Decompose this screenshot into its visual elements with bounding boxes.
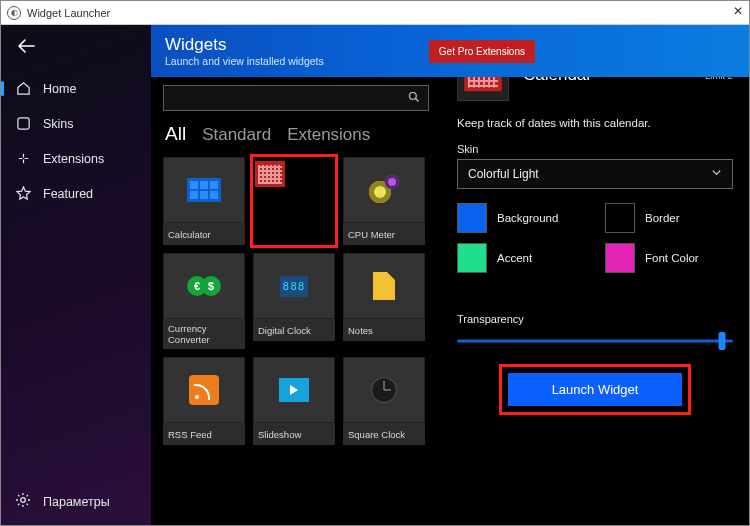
color-box [457,243,487,273]
widget-tile-label: Slideshow [253,423,335,445]
color-box [605,203,635,233]
widget-tile-label: CPU Meter [343,223,425,245]
star-icon [15,186,31,201]
calculator-icon [163,157,245,223]
sidebar-item-skins[interactable]: Skins [1,108,151,139]
sidebar: Home Skins Extensions Featured Парам [1,25,151,525]
calendar-highlight: Calendar [253,157,335,245]
swatch-background[interactable]: Background [457,203,585,233]
swatch-grid: BackgroundBorderAccentFont Color [457,203,733,273]
widget-tile-label: Notes [343,319,425,341]
gear-icon [15,492,31,511]
widget-tile-label: Digital Clock [253,319,335,341]
slider-track [457,340,733,343]
arrow-left-icon [17,39,35,53]
currency-icon: €$ [163,253,245,319]
transparency-slider[interactable] [457,331,733,351]
detail-description: Keep track of dates with this calendar. [457,117,733,129]
launch-highlight: Launch Widget [502,367,689,412]
detail-panel: Calendar Limit 2 Keep track of dates wit… [441,77,749,525]
color-box [605,243,635,273]
swatch-accent[interactable]: Accent [457,243,585,273]
header-subtitle: Launch and view installed widgets [165,55,324,67]
gallery: All Standard Extensions CalculatorCalend… [151,77,441,525]
svg-point-2 [410,92,417,99]
widget-tile-label: Square Clock [343,423,425,445]
sidebar-item-extensions[interactable]: Extensions [1,143,151,174]
close-button[interactable]: ✕ [733,4,743,18]
sidebar-item-label: Skins [43,117,74,131]
back-button[interactable] [1,25,151,67]
widget-tile-currency[interactable]: €$Currency Converter [163,253,245,349]
widget-tile-rss[interactable]: RSS Feed [163,357,245,445]
sidebar-item-label: Home [43,82,76,96]
swatch-label: Accent [497,252,532,264]
body: Home Skins Extensions Featured Парам [1,25,749,525]
widget-tile-slideshow[interactable]: Slideshow [253,357,335,445]
sidebar-settings[interactable]: Параметры [1,482,151,525]
detail-limit: Limit 2 [705,77,733,81]
swatch-border[interactable]: Border [605,203,733,233]
search-box[interactable] [163,85,429,111]
notes-icon [343,253,425,319]
svg-point-1 [21,498,26,503]
detail-name: Calendar [523,77,592,85]
tab-standard[interactable]: Standard [202,125,271,145]
widget-tile-cpu[interactable]: CPU Meter [343,157,425,245]
squareclock-icon [343,357,425,423]
digitalclock-icon: 888 [253,253,335,319]
category-tabs: All Standard Extensions [163,111,429,153]
sidebar-item-label: Extensions [43,152,104,166]
widget-tile-calculator[interactable]: Calculator [163,157,245,245]
widget-tile-notes[interactable]: Notes [343,253,425,349]
widget-tile-digitalclock[interactable]: 888Digital Clock [253,253,335,349]
window: ◐ Widget Launcher ✕ Home Skins Extensi [0,0,750,526]
sidebar-settings-label: Параметры [43,495,110,509]
header: Widgets Launch and view installed widget… [151,25,749,77]
home-icon [15,81,31,96]
skins-icon [15,116,31,131]
launch-button[interactable]: Launch Widget [508,373,683,406]
window-title: Widget Launcher [27,7,110,19]
skin-label: Skin [457,143,733,155]
skin-value: Colorful Light [468,167,539,181]
tab-extensions[interactable]: Extensions [287,125,370,145]
svg-rect-0 [17,118,28,129]
skin-select[interactable]: Colorful Light [457,159,733,189]
extensions-icon [15,151,31,166]
header-title: Widgets [165,35,324,55]
slideshow-icon [253,357,335,423]
chevron-down-icon [711,167,722,181]
calendar-icon [253,157,335,191]
color-box [457,203,487,233]
nav: Home Skins Extensions Featured [1,67,151,215]
widget-tile-label: Calendar [253,191,335,209]
sidebar-item-featured[interactable]: Featured [1,178,151,209]
sidebar-item-home[interactable]: Home [1,73,151,104]
content: All Standard Extensions CalculatorCalend… [151,77,749,525]
app-icon: ◐ [7,6,21,20]
widget-grid: CalculatorCalendarCPU Meter€$Currency Co… [163,153,429,445]
swatch-font-color[interactable]: Font Color [605,243,733,273]
get-pro-button[interactable]: Get Pro Extensions [429,40,535,63]
detail-icon [457,77,509,101]
widget-tile-label: Calculator [163,223,245,245]
widget-tile-label: RSS Feed [163,423,245,445]
widget-tile-squareclock[interactable]: Square Clock [343,357,425,445]
titlebar: ◐ Widget Launcher ✕ [1,1,749,25]
rss-icon [163,357,245,423]
cpu-icon [343,157,425,223]
swatch-label: Font Color [645,252,699,264]
swatch-label: Background [497,212,558,224]
search-icon [408,91,420,106]
widget-tile-label: Currency Converter [163,319,245,349]
swatch-label: Border [645,212,680,224]
sidebar-item-label: Featured [43,187,93,201]
calendar-icon [464,77,502,91]
search-input[interactable] [172,91,408,105]
slider-thumb[interactable] [718,332,725,350]
tab-all[interactable]: All [165,123,186,145]
main: Widgets Launch and view installed widget… [151,25,749,525]
transparency-label: Transparency [457,313,733,325]
